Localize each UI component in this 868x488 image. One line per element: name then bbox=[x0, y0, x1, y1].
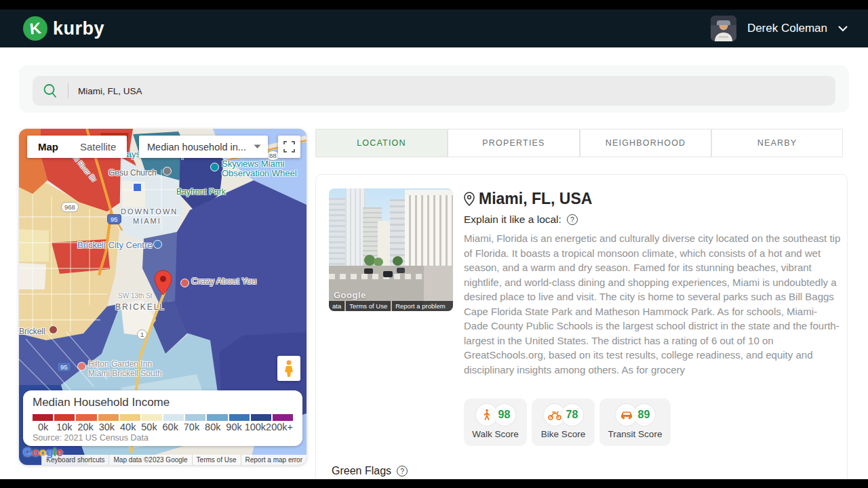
pegman-icon bbox=[283, 360, 294, 378]
chevron-down-icon[interactable] bbox=[838, 26, 848, 32]
user-name: Derek Coleman bbox=[747, 22, 827, 35]
legend-tick: 50k bbox=[138, 422, 159, 432]
legend-tick: 90k bbox=[223, 422, 244, 432]
pegman-control[interactable] bbox=[277, 356, 300, 381]
brand-logo[interactable]: K kurby bbox=[23, 16, 104, 41]
search-value: Miami, FL, USA bbox=[78, 86, 142, 96]
green-flags-label: Green Flags bbox=[332, 465, 391, 477]
fullscreen-button[interactable] bbox=[278, 136, 300, 158]
map-panel[interactable]: Bayside Marketplace Skyviews Miami Obser… bbox=[19, 129, 307, 465]
legend-swatch bbox=[33, 414, 53, 421]
poi-crazy-about-you[interactable]: Crazy About You bbox=[191, 276, 256, 286]
bike-score-card: 78 Bike Score bbox=[532, 399, 595, 446]
poi-skyviews-line2[interactable]: Observation Wheel bbox=[222, 168, 297, 178]
streetview-watermark: Google bbox=[334, 290, 366, 300]
green-flags-section: Green Flags ? bbox=[332, 465, 408, 477]
transit-station-icon[interactable] bbox=[133, 183, 142, 192]
map-type-control: Map Satellite bbox=[27, 136, 127, 158]
poi-bayfront-park[interactable]: Bayfront Park bbox=[176, 187, 226, 197]
walk-score-label: Walk Score bbox=[472, 429, 519, 439]
dropdown-caret-icon bbox=[254, 144, 261, 149]
legend-tick: 80k bbox=[202, 422, 223, 432]
tab-nearby[interactable]: NEARBY bbox=[711, 129, 843, 157]
layer-dropdown-value: Median household in... bbox=[147, 142, 246, 152]
location-title: Miami, FL, USA bbox=[479, 190, 592, 208]
kurby-logo-icon: K bbox=[23, 16, 47, 41]
streetview-mapdata-partial: ata bbox=[329, 301, 344, 311]
avatar bbox=[711, 16, 736, 41]
streetview-report-link[interactable]: Report a problem bbox=[392, 301, 453, 311]
transit-score-card: 89 Transit Score bbox=[599, 399, 671, 446]
map-marker-icon[interactable] bbox=[154, 270, 172, 296]
legend-tick: 40k bbox=[117, 422, 138, 432]
legend-tick: 0k bbox=[33, 422, 54, 432]
user-menu[interactable]: Derek Coleman bbox=[711, 15, 848, 42]
bike-score-label: Bike Score bbox=[541, 429, 585, 439]
layer-dropdown[interactable]: Median household in... bbox=[139, 136, 268, 158]
legend-tick: 60k bbox=[160, 422, 181, 432]
help-icon[interactable]: ? bbox=[567, 214, 578, 225]
route-shield-968: 968 bbox=[61, 202, 79, 212]
app-root: K kurby Derek Coleman bbox=[0, 0, 868, 488]
legend-tick: 200k+ bbox=[266, 422, 293, 432]
mall-icon[interactable] bbox=[153, 240, 162, 249]
green-flags-help-icon[interactable]: ? bbox=[397, 466, 408, 476]
camera-icon[interactable] bbox=[210, 163, 219, 171]
search-divider bbox=[68, 83, 68, 98]
letterbox-bottom bbox=[0, 479, 868, 488]
legend-ticks: 0k10k20k30k40k50k60k70k80k90k100k200k+ bbox=[33, 422, 293, 432]
search-icon bbox=[42, 83, 58, 99]
poi-brickell-city-centre[interactable]: Brickell City Centre bbox=[77, 240, 153, 250]
church-icon[interactable] bbox=[163, 167, 172, 176]
legend-swatch bbox=[251, 414, 271, 421]
tab-properties[interactable]: PROPERTIES bbox=[448, 129, 580, 157]
streetview-terms-link[interactable]: Terms of Use bbox=[346, 301, 391, 311]
report-map-error-link[interactable]: Report a map error bbox=[241, 455, 307, 465]
brand-name: kurby bbox=[53, 18, 104, 39]
legend-swatch bbox=[120, 414, 140, 421]
legend-swatch bbox=[185, 414, 205, 421]
district-downtown-line1: DOWNTOWN bbox=[121, 207, 178, 216]
legend-swatch bbox=[229, 414, 250, 421]
letterbox-top bbox=[0, 0, 868, 9]
tab-neighborhood[interactable]: NEIGHBORHOOD bbox=[580, 129, 711, 157]
street-sw-13th: SW 13th St bbox=[118, 292, 153, 300]
legend-tick: 70k bbox=[181, 422, 202, 432]
restaurant-icon[interactable] bbox=[180, 279, 189, 287]
streetview-image[interactable]: Google ata Terms of Use Report a problem bbox=[329, 188, 453, 311]
walk-score-card: 98 Walk Score bbox=[464, 399, 527, 446]
legend-source: Source: 2021 US Census Data bbox=[33, 433, 293, 443]
bike-score-value: 78 bbox=[561, 404, 583, 426]
legend-swatch bbox=[163, 414, 184, 421]
legend-swatch bbox=[207, 414, 227, 421]
route-shield-95-south: 95 bbox=[57, 362, 71, 372]
hotel-icon[interactable] bbox=[77, 362, 86, 371]
transit-score-value: 89 bbox=[633, 404, 655, 426]
tab-location[interactable]: LOCATION bbox=[315, 129, 448, 157]
app-header: K kurby Derek Coleman bbox=[0, 9, 868, 47]
legend-swatch bbox=[54, 414, 75, 421]
location-pin-icon bbox=[464, 192, 475, 206]
explain-label: Explain it like a local: bbox=[464, 214, 561, 226]
terms-of-use-link[interactable]: Terms of Use bbox=[192, 455, 241, 465]
satellite-button[interactable]: Satellite bbox=[69, 141, 127, 152]
location-description: Miami, Florida is an energetic and cultu… bbox=[464, 231, 841, 377]
district-brickell: BRICKELL bbox=[115, 302, 165, 312]
legend-swatch bbox=[273, 414, 293, 421]
poi-brickell-left[interactable]: Brickell bbox=[19, 327, 45, 336]
fullscreen-icon bbox=[283, 141, 295, 152]
streetview-attribution: ata Terms of Use Report a problem bbox=[329, 301, 453, 311]
poi-hilton-line2[interactable]: Miami Brickell South bbox=[88, 369, 162, 378]
legend-tick: 10k bbox=[54, 422, 75, 432]
legend-swatches bbox=[33, 414, 293, 421]
poi-gesu-church[interactable]: Gesu Church bbox=[108, 168, 157, 178]
poi-hilton-line1[interactable]: Hilton Garden Inn bbox=[88, 359, 152, 369]
explain-row: Explain it like a local: ? bbox=[464, 214, 578, 226]
google-logo: Google bbox=[23, 446, 63, 460]
transit-score-label: Transit Score bbox=[608, 429, 663, 439]
legend-swatch bbox=[98, 414, 119, 421]
legend-tick: 100k bbox=[245, 422, 266, 432]
map-button[interactable]: Map bbox=[27, 141, 69, 152]
search-input[interactable]: Miami, FL, USA bbox=[33, 76, 835, 106]
restaurant-icon-2[interactable] bbox=[49, 325, 58, 334]
